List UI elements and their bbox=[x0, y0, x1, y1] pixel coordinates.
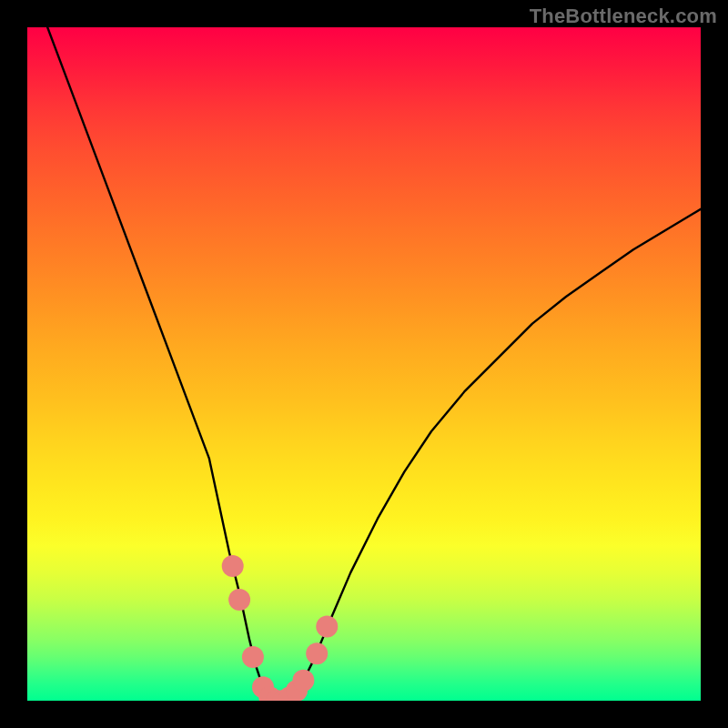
curve-marker bbox=[222, 555, 244, 577]
bottleneck-curve-line bbox=[47, 27, 701, 701]
plot-area bbox=[27, 27, 701, 701]
curve-marker bbox=[316, 616, 338, 638]
watermark-text: TheBottleneck.com bbox=[530, 5, 717, 28]
min-region-markers bbox=[222, 555, 339, 701]
chart-frame: TheBottleneck.com bbox=[0, 0, 728, 728]
curve-marker bbox=[242, 646, 264, 668]
curve-layer bbox=[27, 27, 701, 701]
curve-marker bbox=[292, 670, 314, 692]
curve-marker bbox=[306, 642, 328, 664]
curve-marker bbox=[228, 589, 250, 611]
